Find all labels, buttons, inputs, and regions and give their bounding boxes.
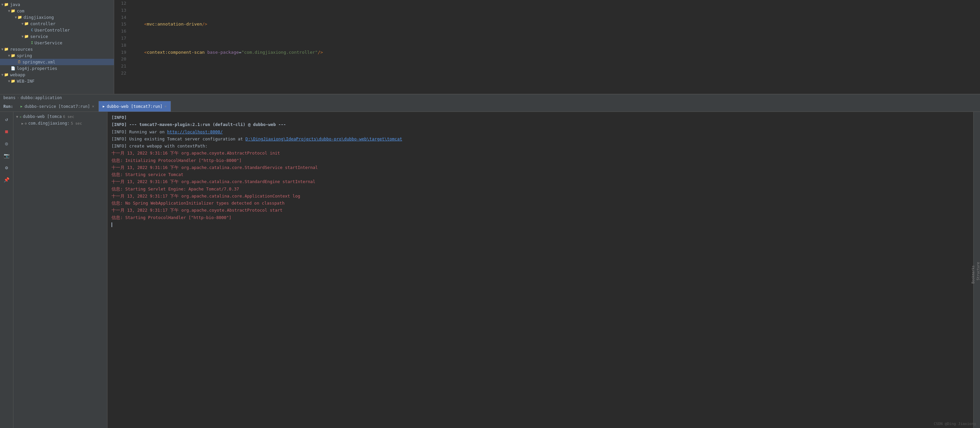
tab-close-service[interactable]: ✕ — [92, 104, 94, 108]
chevron-resources: ▼ — [2, 48, 3, 51]
run-tree-detail-com: 5 sec — [71, 121, 82, 126]
breadcrumb-item-beans[interactable]: beans — [3, 95, 16, 100]
run-log[interactable]: [INFO] [INFO] --- tomcat7-maven-plugin:2… — [107, 112, 973, 428]
line-num-21: 21 — [114, 63, 127, 70]
breadcrumb-item-dubbo-application[interactable]: dubbo:application — [21, 95, 62, 100]
line-num-16: 16 — [114, 28, 127, 35]
code-line-13: <context:component-scan base-package="co… — [134, 49, 977, 56]
coverage-button[interactable]: ◎ — [2, 139, 11, 148]
code-content: <mvc:annotation-driven/> <context:compon… — [131, 0, 980, 94]
tree-label-com: com — [17, 8, 24, 13]
tree-item-spring[interactable]: ▼ 📁 spring — [0, 53, 114, 59]
tree-item-springmvc-xml[interactable]: ▶ 🗒 springmvc.xml — [0, 59, 114, 65]
line-num-17: 17 — [114, 35, 127, 42]
folder-icon-webinf: 📁 — [11, 79, 16, 83]
tree-item-userservice[interactable]: ▶ I UserService — [0, 40, 114, 46]
tomcat-icon-web: ▶ — [103, 105, 105, 108]
rerun-button[interactable]: ↺ — [2, 115, 11, 124]
tree-label-dingjiaxiong: dingjiaxiong — [24, 15, 54, 20]
chevron-java: ▼ — [2, 3, 3, 6]
tree-item-resources[interactable]: ▼ 📁 resources — [0, 46, 114, 53]
tree-label-spring: spring — [17, 53, 32, 58]
breadcrumb: beans › dubbo:application — [0, 94, 980, 101]
tree-item-java[interactable]: ▼ 📁 java — [0, 2, 114, 8]
tab-close-web[interactable]: ✕ — [165, 104, 167, 108]
tree-label-java: java — [10, 2, 20, 7]
action-bar: ↺ ■ ◎ 📷 ⚙ 📌 — [0, 112, 13, 428]
tomcat-icon-service: ▶ — [21, 105, 22, 108]
editor-area: ▼ 📁 java ▼ 📁 com ▼ 📁 dingjiaxiong ▼ 📁 co… — [0, 0, 980, 94]
log-line-8: 十一月 13, 2022 9:31:16 下午 org.apache.catal… — [111, 164, 969, 171]
pin-button[interactable]: 📌 — [2, 175, 11, 185]
chevron-dingjiaxiong: ▼ — [15, 16, 17, 19]
tree-label-springmvc: springmvc.xml — [22, 59, 56, 65]
log-text-3a: [INFO] Running war on — [111, 129, 167, 134]
code-line-12: <mvc:annotation-driven/> — [134, 21, 977, 28]
log-cursor-line — [111, 221, 969, 228]
snapshot-button[interactable]: 📷 — [2, 151, 11, 160]
chevron-webinf: ▼ — [8, 79, 10, 83]
chevron-controller: ▼ — [21, 22, 24, 25]
tree-item-log4j[interactable]: ▶ 📄 log4j.properties — [0, 65, 114, 72]
run-tree-item-dubbo-web[interactable]: ▼ ✳ dubbo-web [tomca 6 sec — [13, 113, 107, 120]
run-tree-detail-dubbo-web: 6 sec — [63, 115, 74, 119]
tree-item-usercontroller[interactable]: ▶ C UserController — [0, 27, 114, 33]
log-line-3: [INFO] Running war on http://localhost:8… — [111, 128, 969, 135]
log-line-6: 十一月 13, 2022 9:31:16 下午 org.apache.coyot… — [111, 150, 969, 156]
xml-bracket: < — [144, 22, 147, 27]
folder-icon-service: 📁 — [24, 34, 29, 39]
run-tree-sidebar: ▼ ✳ dubbo-web [tomca 6 sec ▶ ⚙ com.dingj… — [13, 112, 107, 428]
tree-item-com[interactable]: ▼ 📁 com — [0, 8, 114, 14]
log-link-localhost[interactable]: http://localhost:8000/ — [167, 129, 223, 134]
code-editor: 12 13 14 15 16 17 18 19 20 21 22 <mvc:an… — [114, 0, 980, 94]
log-line-4: [INFO] Using existing Tomcat server conf… — [111, 135, 969, 142]
gear-run-icon: ⚙ — [25, 122, 27, 125]
tree-item-service[interactable]: ▼ 📁 service — [0, 33, 114, 40]
folder-icon-dingjiaxiong: 📁 — [18, 15, 22, 19]
log-line-1: [INFO] — [111, 114, 969, 121]
line-num-20: 20 — [114, 56, 127, 63]
tab-label-service: dubbo-service [tomcat7:run] — [24, 104, 90, 109]
log-cursor — [111, 223, 112, 227]
log-link-tomcat-path[interactable]: D:\DingJiaxiong\IdeaProjects\dubbo-pro\d… — [245, 137, 402, 142]
tab-dubbo-service[interactable]: ▶ dubbo-service [tomcat7:run] ✕ — [16, 101, 99, 111]
line-num-14: 14 — [114, 14, 127, 21]
structure-label: Structure — [976, 262, 980, 280]
chevron-service: ▼ — [21, 35, 24, 38]
tree-item-dingjiaxiong[interactable]: ▼ 📁 dingjiaxiong — [0, 14, 114, 21]
tree-item-webinf[interactable]: ▼ 📁 WEB-INF — [0, 78, 114, 84]
folder-icon-spring: 📁 — [11, 53, 16, 58]
run-chevron-dubbo-web: ▼ — [16, 115, 18, 119]
chevron-spring: ▼ — [8, 54, 10, 57]
log-line-7: 信息: Initializing ProtocolHandler ["http-… — [111, 157, 969, 164]
tree-label-log4j: log4j.properties — [17, 66, 57, 71]
tree-label-controller: controller — [30, 21, 56, 26]
stop-button[interactable]: ■ — [2, 127, 11, 136]
run-label: Run: — [0, 104, 16, 109]
interface-icon-userservice: I — [31, 41, 33, 45]
class-icon-usercontroller: C — [31, 28, 33, 32]
log-line-2: [INFO] --- tomcat7-maven-plugin:2.1:run … — [111, 121, 969, 128]
file-tree: ▼ 📁 java ▼ 📁 com ▼ 📁 dingjiaxiong ▼ 📁 co… — [0, 0, 114, 94]
log-text-4a: [INFO] Using existing Tomcat server conf… — [111, 137, 245, 142]
folder-icon-webapp: 📁 — [4, 73, 9, 77]
tab-dubbo-web[interactable]: ▶ dubbo-web [tomcat7:run] ✕ — [99, 101, 171, 111]
tree-item-webapp[interactable]: ▼ 📁 webapp — [0, 72, 114, 78]
run-tree-item-com[interactable]: ▶ ⚙ com.dingjiaxiong: 5 sec — [13, 120, 107, 127]
line-num-12: 12 — [114, 0, 127, 7]
tree-item-controller[interactable]: ▼ 📁 controller — [0, 21, 114, 27]
run-panel: Run: ▶ dubbo-service [tomcat7:run] ✕ ▶ d… — [0, 101, 980, 428]
tree-label-webinf: WEB-INF — [17, 79, 35, 84]
settings-button[interactable]: ⚙ — [2, 163, 11, 172]
props-icon-log4j: 📄 — [11, 66, 16, 70]
line-num-13: 13 — [114, 7, 127, 14]
folder-icon-controller: 📁 — [24, 22, 29, 26]
code-line-14 — [134, 77, 977, 84]
line-numbers: 12 13 14 15 16 17 18 19 20 21 22 — [114, 0, 131, 94]
log-line-9: 信息: Starting service Tomcat — [111, 171, 969, 178]
log-line-13: 信息: No Spring WebApplicationInitializer … — [111, 200, 969, 207]
xml-icon-springmvc: 🗒 — [18, 60, 21, 64]
run-tab-bar: Run: ▶ dubbo-service [tomcat7:run] ✕ ▶ d… — [0, 101, 980, 112]
folder-icon-com: 📁 — [11, 9, 16, 13]
tree-label-service: service — [30, 34, 48, 39]
